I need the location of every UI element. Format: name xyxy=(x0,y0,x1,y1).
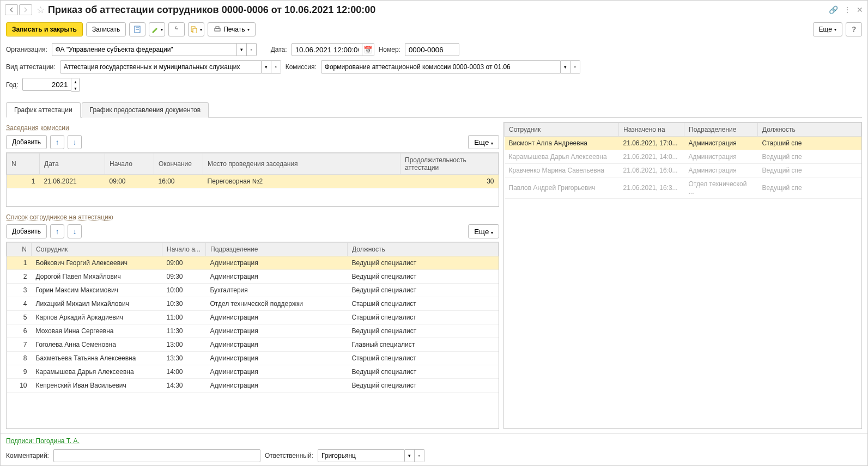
responsible-label: Ответственный: xyxy=(265,452,313,459)
svg-rect-4 xyxy=(193,28,197,33)
col-n: N xyxy=(7,154,40,175)
col-start: Начало а... xyxy=(162,243,206,256)
number-label: Номер: xyxy=(379,46,400,53)
table-row[interactable]: 8Бахметьева Татьяна Алексеевна13:30Админ… xyxy=(7,352,499,365)
org-label: Организация: xyxy=(6,46,47,53)
col-end: Окончание xyxy=(154,154,203,175)
table-row[interactable]: 1Бойкович Георгий Алексеевич09:00Админис… xyxy=(7,256,499,270)
save-close-button[interactable]: Записать и закрыть xyxy=(6,22,83,36)
employees-move-up-button[interactable]: ↑ xyxy=(50,224,64,238)
comment-label: Комментарий: xyxy=(6,452,49,459)
page-title: Приказ об аттестации сотрудников 0000-00… xyxy=(48,4,375,16)
col-position: Должность xyxy=(758,123,861,137)
responsible-dropdown-button[interactable]: ▾ xyxy=(405,449,415,462)
more-button[interactable]: Еще ▾ xyxy=(813,22,842,36)
signatures-link[interactable]: Подписи: Погодина Т. А. xyxy=(6,437,80,445)
att-type-label: Вид аттестации: xyxy=(6,63,56,71)
table-row[interactable]: 5Карпов Аркадий Аркадиевич11:00Администр… xyxy=(7,311,499,324)
year-up-button[interactable]: ▲ xyxy=(71,78,79,85)
help-button[interactable]: ? xyxy=(846,22,862,36)
meetings-table[interactable]: N Дата Начало Окончание Место проведения… xyxy=(7,153,499,188)
att-type-dropdown-button[interactable]: ▾ xyxy=(262,60,271,73)
table-row[interactable]: Павлов Андрей Григорьевич21.06.2021, 16:… xyxy=(505,177,861,199)
table-row[interactable]: 2Дорогой Павел Михайлович09:30Администра… xyxy=(7,270,499,284)
table-row[interactable]: Кравченко Марина Савельевна21.06.2021, 1… xyxy=(505,164,861,177)
meetings-group-title: Заседания комиссии xyxy=(6,124,499,132)
svg-rect-6 xyxy=(216,27,219,28)
employees-group-title: Список сотрудников на аттестацию xyxy=(6,213,499,221)
commission-dropdown-button[interactable]: ▾ xyxy=(561,60,570,73)
meetings-move-up-button[interactable]: ↑ xyxy=(50,135,64,149)
col-dept: Подразделение xyxy=(206,243,348,256)
assignments-table[interactable]: Сотрудник Назначено на Подразделение Дол… xyxy=(504,122,861,199)
employees-add-button[interactable]: Добавить xyxy=(6,224,47,238)
table-row[interactable]: Висмонт Алла Андреевна21.06.2021, 17:0..… xyxy=(505,137,861,150)
org-open-button[interactable]: ▫ xyxy=(247,43,257,56)
table-row[interactable]: 4Лихацкий Михаил Михайлович10:30Отдел те… xyxy=(7,297,499,311)
forward-button[interactable] xyxy=(19,4,32,15)
year-label: Год: xyxy=(6,81,18,89)
org-dropdown-button[interactable]: ▾ xyxy=(237,43,247,56)
employees-more-button[interactable]: Еще ▾ xyxy=(468,224,499,238)
favorite-icon[interactable]: ☆ xyxy=(37,4,45,16)
commission-input[interactable] xyxy=(321,60,561,73)
att-type-open-button[interactable]: ▫ xyxy=(271,60,281,73)
number-input[interactable] xyxy=(405,43,459,56)
col-start: Начало xyxy=(105,154,154,175)
responsible-input[interactable] xyxy=(318,449,405,462)
table-row[interactable]: 7Гоголева Анна Семеновна13:00Администрац… xyxy=(7,338,499,352)
col-assigned: Назначено на xyxy=(619,123,684,137)
table-row[interactable]: 6Моховая Инна Сергеевна11:30Администраци… xyxy=(7,324,499,338)
document-icon-button[interactable] xyxy=(129,22,145,36)
col-n: N xyxy=(7,243,32,256)
col-dept: Подразделение xyxy=(684,123,758,137)
tab-docs[interactable]: График предоставления документов xyxy=(82,102,209,118)
table-row[interactable]: 3Горин Максим Максимович10:00Бухгалтерия… xyxy=(7,284,499,297)
link-icon[interactable]: 🔗 xyxy=(829,5,838,14)
back-button[interactable] xyxy=(5,4,18,15)
meetings-move-down-button[interactable]: ↓ xyxy=(68,135,82,149)
kebab-icon[interactable]: ⋮ xyxy=(843,5,851,14)
att-type-input[interactable] xyxy=(60,60,262,73)
col-date: Дата xyxy=(40,154,105,175)
commission-label: Комиссия: xyxy=(286,63,317,71)
col-employee: Сотрудник xyxy=(505,123,619,137)
svg-rect-5 xyxy=(215,28,220,31)
date-label: Дата: xyxy=(271,46,287,53)
org-input[interactable] xyxy=(52,43,237,56)
commission-open-button[interactable]: ▫ xyxy=(570,60,580,73)
save-button[interactable]: Записать xyxy=(86,22,126,36)
col-duration: Продолжительность аттестации xyxy=(400,154,499,175)
attach-icon-button[interactable] xyxy=(168,22,185,36)
tab-schedule[interactable]: График аттестации xyxy=(6,102,81,118)
calendar-button[interactable]: 📅 xyxy=(362,43,374,56)
close-icon[interactable]: ✕ xyxy=(857,5,863,14)
year-input[interactable] xyxy=(22,78,71,91)
table-row[interactable]: 10Кепренский Иван Васильевич14:30Админис… xyxy=(7,379,499,393)
responsible-open-button[interactable]: ▫ xyxy=(415,449,424,462)
meetings-more-button[interactable]: Еще ▾ xyxy=(468,135,499,149)
meetings-add-button[interactable]: Добавить xyxy=(6,135,47,149)
employees-move-down-button[interactable]: ↓ xyxy=(68,224,82,238)
table-row[interactable]: 121.06.202109:0016:00Переговорная №230 xyxy=(7,175,499,188)
table-row[interactable]: 9Карамышева Дарья Алексеевна14:00Админис… xyxy=(7,365,499,379)
comment-input[interactable] xyxy=(53,449,260,462)
table-row[interactable]: Карамышева Дарья Алексеевна21.06.2021, 1… xyxy=(505,150,861,164)
col-employee: Сотрудник xyxy=(32,243,162,256)
date-input[interactable] xyxy=(292,43,362,56)
year-down-button[interactable]: ▼ xyxy=(71,85,79,91)
col-position: Должность xyxy=(348,243,499,256)
employees-table[interactable]: N Сотрудник Начало а... Подразделение До… xyxy=(7,242,499,393)
col-place: Место проведения заседания xyxy=(203,154,400,175)
marker-icon-button[interactable]: ▾ xyxy=(149,22,165,36)
print-button[interactable]: Печать▾ xyxy=(208,22,255,36)
copy-icon-button[interactable]: ▾ xyxy=(188,22,204,36)
